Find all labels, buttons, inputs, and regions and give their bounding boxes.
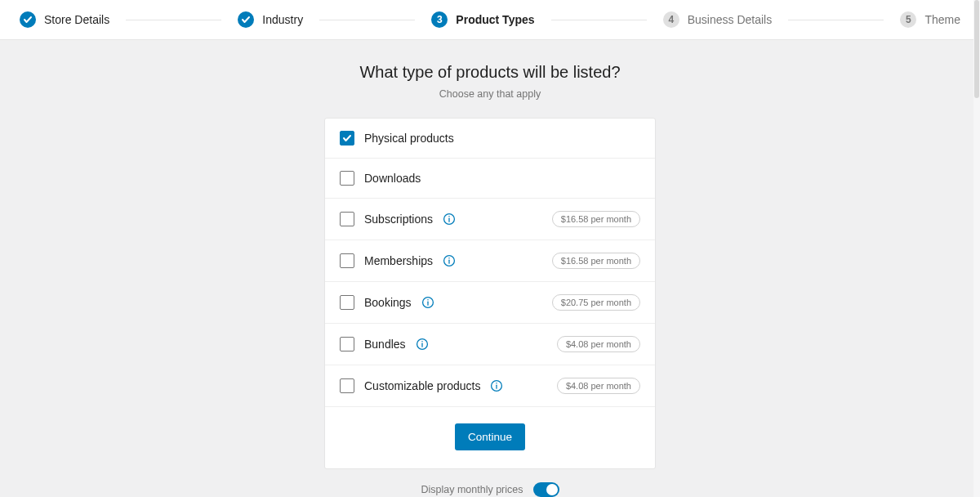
- step-number-badge: 5: [900, 11, 916, 28]
- step-label: Theme: [924, 13, 960, 26]
- checkbox[interactable]: [340, 295, 354, 310]
- continue-button[interactable]: Continue: [455, 423, 525, 450]
- step-product-types[interactable]: 3 Product Types: [431, 11, 534, 28]
- option-label: Memberships: [364, 254, 433, 267]
- option-bundles[interactable]: Bundles $4.08 per month: [325, 324, 655, 365]
- check-icon: [238, 11, 254, 28]
- toggle-label: Display monthly prices: [421, 484, 523, 495]
- scrollbar[interactable]: [973, 0, 980, 497]
- option-customizable-products[interactable]: Customizable products $4.08 per month: [325, 365, 655, 407]
- step-separator: [126, 20, 221, 20]
- checkbox[interactable]: [340, 378, 354, 393]
- price-badge: $4.08 per month: [557, 336, 640, 352]
- step-separator: [319, 20, 415, 20]
- monthly-price-toggle-row: Display monthly prices: [421, 482, 559, 497]
- card-footer: Continue: [325, 407, 655, 468]
- check-icon: [20, 11, 36, 28]
- step-label: Product Types: [456, 13, 534, 26]
- page-subtitle: Choose any that apply: [439, 88, 541, 100]
- checkbox[interactable]: [340, 131, 354, 146]
- price-badge: $20.75 per month: [552, 294, 640, 311]
- option-downloads[interactable]: Downloads: [325, 159, 655, 199]
- scrollbar-thumb[interactable]: [974, 0, 979, 98]
- option-label: Bundles: [364, 338, 406, 351]
- checkbox[interactable]: [340, 337, 354, 351]
- info-icon[interactable]: [443, 213, 456, 226]
- option-subscriptions[interactable]: Subscriptions $16.58 per month: [325, 199, 655, 240]
- step-business-details[interactable]: 4 Business Details: [663, 11, 773, 28]
- price-badge: $16.58 per month: [552, 253, 640, 269]
- option-label: Customizable products: [364, 379, 480, 392]
- svg-point-5: [448, 257, 449, 258]
- product-types-card: Physical products Downloads Subscription…: [324, 118, 656, 469]
- option-label: Physical products: [364, 132, 454, 145]
- info-icon[interactable]: [490, 379, 503, 392]
- option-physical-products[interactable]: Physical products: [325, 119, 655, 159]
- price-badge: $4.08 per month: [557, 378, 640, 394]
- step-label: Industry: [262, 13, 303, 26]
- step-separator: [788, 20, 884, 20]
- option-memberships[interactable]: Memberships $16.58 per month: [325, 240, 655, 282]
- page-title: What type of products will be listed?: [359, 63, 620, 82]
- step-label: Business Details: [688, 13, 773, 26]
- svg-point-11: [421, 341, 422, 342]
- checkbox[interactable]: [340, 171, 354, 186]
- price-badge: $16.58 per month: [552, 211, 640, 227]
- option-bookings[interactable]: Bookings $20.75 per month: [325, 282, 655, 324]
- info-icon[interactable]: [443, 254, 456, 267]
- step-theme[interactable]: 5 Theme: [900, 11, 960, 28]
- step-separator: [551, 20, 647, 20]
- option-label: Bookings: [364, 296, 412, 309]
- step-industry[interactable]: Industry: [238, 11, 303, 28]
- step-label: Store Details: [44, 13, 109, 26]
- step-number-badge: 3: [431, 11, 448, 28]
- option-label: Subscriptions: [364, 213, 433, 226]
- svg-point-2: [448, 216, 449, 217]
- step-number-badge: 4: [663, 11, 679, 28]
- info-icon[interactable]: [421, 296, 434, 309]
- info-icon[interactable]: [416, 338, 429, 351]
- svg-point-8: [427, 299, 428, 300]
- toggle-knob: [546, 484, 558, 495]
- step-store-details[interactable]: Store Details: [20, 11, 109, 28]
- checkbox[interactable]: [340, 212, 354, 226]
- svg-point-14: [497, 383, 497, 383]
- checkbox[interactable]: [340, 253, 354, 268]
- option-label: Downloads: [364, 172, 421, 185]
- main-content: What type of products will be listed? Ch…: [0, 40, 980, 497]
- monthly-price-toggle[interactable]: [533, 482, 559, 497]
- setup-stepper: Store Details Industry 3 Product Types 4…: [0, 0, 980, 40]
